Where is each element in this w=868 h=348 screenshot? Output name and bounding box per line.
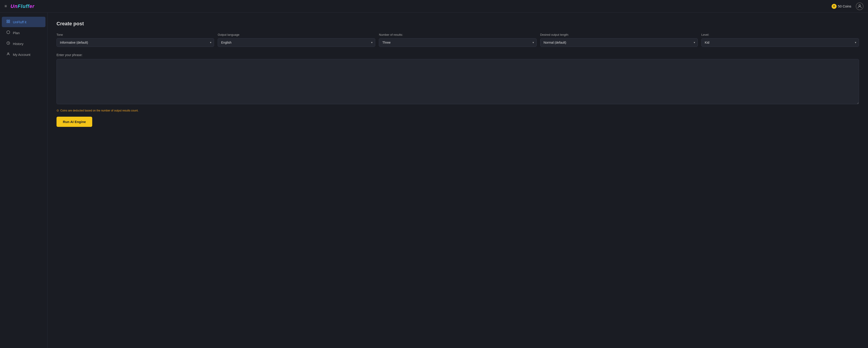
topbar-right: ⊙ 50 Coins xyxy=(832,2,864,10)
main-content: Create post Tone Informative (default) P… xyxy=(48,13,868,348)
svg-rect-3 xyxy=(7,22,8,23)
user-avatar[interactable] xyxy=(856,2,864,10)
tone-group: Tone Informative (default) Professional … xyxy=(57,33,214,47)
menu-icon[interactable]: ≡ xyxy=(4,4,7,8)
sidebar-item-unfluff-it[interactable]: UnFluff it xyxy=(2,17,45,27)
svg-rect-2 xyxy=(8,20,10,21)
tone-select[interactable]: Informative (default) Professional Casua… xyxy=(57,38,214,47)
coins-badge: ⊙ 50 Coins xyxy=(832,4,851,9)
svg-point-0 xyxy=(859,4,860,6)
sidebar: UnFluff it Plan History xyxy=(0,13,48,348)
logo-un: Un xyxy=(11,3,18,9)
desired-output-length-select[interactable]: Short Normal (default) Long Very Long xyxy=(540,38,698,47)
form-row: Tone Informative (default) Professional … xyxy=(57,33,859,47)
coin-icon: ⊙ xyxy=(832,4,837,9)
phrase-label: Enter your phrase: xyxy=(57,53,859,57)
output-language-select-wrapper: English Spanish French German Italian xyxy=(218,38,375,47)
number-of-results-select[interactable]: One Two Three Four Five xyxy=(379,38,536,47)
sidebar-label-unfluff-it: UnFluff it xyxy=(13,20,26,24)
info-message: ⊙ Coins are deducted based on the number… xyxy=(57,109,859,112)
sidebar-label-my-account: My Account xyxy=(13,53,31,57)
level-label: Level: xyxy=(702,33,859,36)
sidebar-label-history: History xyxy=(13,42,24,46)
run-ai-engine-button[interactable]: Run AI Engine xyxy=(57,117,92,127)
desired-output-length-select-wrapper: Short Normal (default) Long Very Long xyxy=(540,38,698,47)
output-language-label: Output language xyxy=(218,33,375,36)
page-title: Create post xyxy=(57,21,859,27)
output-language-select[interactable]: English Spanish French German Italian xyxy=(218,38,375,47)
sidebar-item-plan[interactable]: Plan xyxy=(2,28,45,38)
person-icon xyxy=(6,52,10,57)
app-layout: UnFluff it Plan History xyxy=(0,13,868,348)
info-message-text: Coins are deducted based on the number o… xyxy=(60,109,138,112)
box-icon xyxy=(6,30,10,35)
info-icon: ⊙ xyxy=(57,109,59,112)
logo-fluff: Fluff xyxy=(18,3,29,9)
tone-label: Tone xyxy=(57,33,214,36)
phrase-section: Enter your phrase: xyxy=(57,53,859,105)
svg-rect-1 xyxy=(7,20,8,21)
level-select[interactable]: Kid Beginner Intermediate Expert xyxy=(702,38,859,47)
level-select-wrapper: Kid Beginner Intermediate Expert xyxy=(702,38,859,47)
svg-rect-4 xyxy=(8,22,10,23)
logo-er: er xyxy=(29,3,35,9)
tone-select-wrapper: Informative (default) Professional Casua… xyxy=(57,38,214,47)
coins-label: 50 Coins xyxy=(838,4,851,8)
desired-output-length-label: Desired output length: xyxy=(540,33,698,36)
logo: UnFluffer xyxy=(11,3,35,9)
sidebar-label-plan: Plan xyxy=(13,31,20,35)
number-of-results-label: Number of results: xyxy=(379,33,536,36)
number-of-results-select-wrapper: One Two Three Four Five xyxy=(379,38,536,47)
sidebar-item-history[interactable]: History xyxy=(2,38,45,49)
svg-point-6 xyxy=(8,53,9,54)
grid-icon xyxy=(6,20,10,24)
clock-icon xyxy=(6,41,10,46)
number-of-results-group: Number of results: One Two Three Four Fi… xyxy=(379,33,536,47)
sidebar-item-my-account[interactable]: My Account xyxy=(2,49,45,60)
phrase-textarea[interactable] xyxy=(57,59,859,104)
topbar-left: ≡ UnFluffer xyxy=(4,3,35,9)
topbar: ≡ UnFluffer ⊙ 50 Coins xyxy=(0,0,868,13)
desired-output-length-group: Desired output length: Short Normal (def… xyxy=(540,33,698,47)
output-language-group: Output language English Spanish French G… xyxy=(218,33,375,47)
level-group: Level: Kid Beginner Intermediate Expert xyxy=(702,33,859,47)
